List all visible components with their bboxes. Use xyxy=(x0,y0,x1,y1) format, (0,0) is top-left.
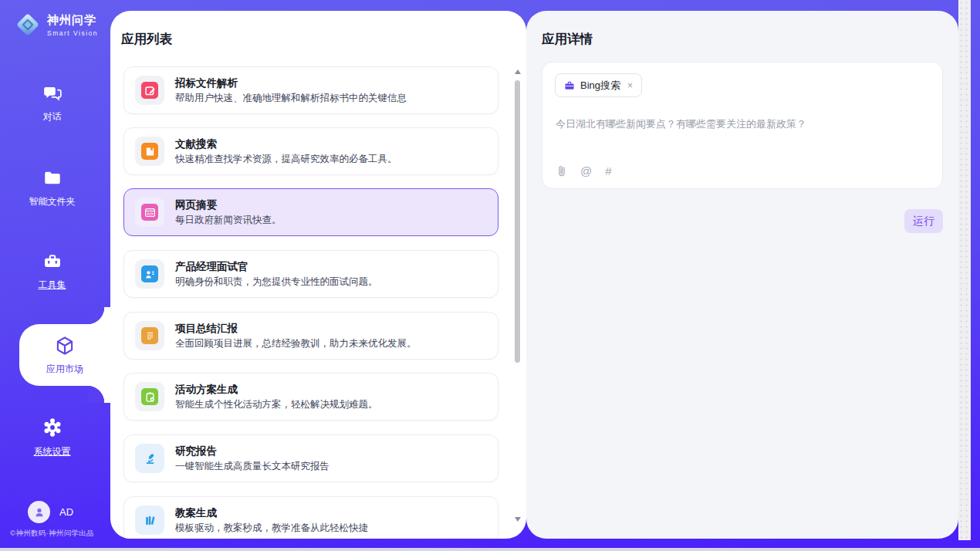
brand-subtitle: Smart Vision xyxy=(47,29,98,37)
tender-doc-edit-icon xyxy=(141,82,158,99)
toolbox-icon xyxy=(42,252,63,272)
app-icon-tile xyxy=(135,505,164,535)
app-desc: 每日政府新闻资讯快查。 xyxy=(175,215,282,225)
hashtag-icon[interactable]: # xyxy=(605,164,611,177)
sidebar: 神州问学 Smart Vision 对话 智能文件夹 工具 xyxy=(0,0,104,551)
app-card-event-plan[interactable]: 活动方案生成 智能生成个性化活动方案，轻松解决规划难题。 xyxy=(123,373,498,421)
scroll-down-arrow[interactable] xyxy=(515,517,521,522)
sidebar-item-smart-folder[interactable]: 智能文件夹 xyxy=(0,168,104,208)
tool-tag-label: Bing搜索 xyxy=(580,79,620,93)
app-title: 网页摘要 xyxy=(175,200,282,211)
cube-icon xyxy=(54,335,76,357)
lesson-books-icon xyxy=(141,512,158,529)
app-desc: 明确身份和职责，为您提供专业性的面试问题。 xyxy=(175,277,378,287)
sidebar-item-label: 工具集 xyxy=(0,279,104,292)
brand-name: 神州问学 xyxy=(47,13,98,28)
sidebar-item-label: 系统设置 xyxy=(0,445,104,458)
sidebar-item-label: 应用市场 xyxy=(19,363,110,376)
app-card-research-report[interactable]: 研究报告 一键智能生成高质量长文本研究报告 xyxy=(123,434,498,482)
person-icon xyxy=(33,506,46,519)
app-desc: 模板驱动，教案秒成，教学准备从此轻松快捷 xyxy=(175,523,368,533)
folder-icon xyxy=(42,168,63,188)
app-title: 教案生成 xyxy=(175,508,368,519)
app-card-project-summary[interactable]: 项目总结汇报 全面回顾项目进展，总结经验教训，助力未来优化发展。 xyxy=(123,312,498,360)
web-summary-icon xyxy=(141,204,158,221)
scrollbar-thumb[interactable] xyxy=(515,80,520,363)
app-icon-tile xyxy=(135,76,164,105)
app-icon-tile xyxy=(135,259,164,289)
app-card-tender-analysis[interactable]: 招标文件解析 帮助用户快速、准确地理解和解析招标书中的关键信息 xyxy=(123,66,498,114)
avatar xyxy=(28,501,50,523)
app-card-web-summary-selected[interactable]: 网页摘要 每日政府新闻资讯快查。 xyxy=(123,188,498,236)
briefcase-icon xyxy=(564,80,575,91)
research-microscope-icon xyxy=(141,450,158,467)
sidebar-item-app-market-active[interactable]: 应用市场 xyxy=(19,324,110,386)
app-list-panel: 应用列表 招标文件解析 帮助用户快速、准确地理解和解析招标书中的关键信息 文献搜… xyxy=(110,11,526,539)
bottom-edge xyxy=(0,548,980,551)
project-report-icon xyxy=(141,327,158,344)
mention-icon[interactable]: @ xyxy=(580,164,592,177)
sidebar-item-settings[interactable]: 系统设置 xyxy=(0,417,104,458)
app-desc: 全面回顾项目进展，总结经验教训，助力未来优化发展。 xyxy=(175,339,417,349)
app-list-title: 应用列表 xyxy=(121,31,172,48)
app-detail-panel: 应用详情 Bing搜索 × 今日湖北有哪些新闻要点？有哪些需要关注的最新政策？ … xyxy=(526,11,958,539)
diamond-logo-icon xyxy=(14,11,42,39)
app-card-lesson-plan[interactable]: 教案生成 模板驱动，教案秒成，教学准备从此轻松快捷 xyxy=(123,496,498,539)
user-initials: AD xyxy=(59,506,73,518)
app-title: 文献搜索 xyxy=(175,139,397,150)
app-desc: 快速精准查找学术资源，提高研究效率的必备工具。 xyxy=(175,154,397,164)
user-account[interactable]: AD xyxy=(28,501,73,523)
event-plan-icon xyxy=(141,388,158,405)
paperclip-icon[interactable] xyxy=(556,164,567,177)
app-desc: 一键智能生成高质量长文本研究报告 xyxy=(175,461,329,472)
sidebar-item-chat[interactable]: 对话 xyxy=(0,83,104,123)
list-scrollbar xyxy=(514,63,522,529)
active-tab-curve-bottom xyxy=(87,386,110,403)
app-icon-tile xyxy=(135,137,164,166)
app-card-literature-search[interactable]: 文献搜索 快速精准查找学术资源，提高研究效率的必备工具。 xyxy=(123,127,498,175)
brand-logo: 神州问学 Smart Vision xyxy=(14,11,98,39)
app-desc: 智能生成个性化活动方案，轻松解决规划难题。 xyxy=(175,400,378,410)
sidebar-item-toolset[interactable]: 工具集 xyxy=(0,252,104,292)
scroll-up-arrow[interactable] xyxy=(515,69,521,74)
brand-text: 神州问学 Smart Vision xyxy=(47,13,98,37)
sidebar-item-label: 智能文件夹 xyxy=(0,195,104,208)
attachment-toolbar: @ # xyxy=(556,164,612,177)
app-title: 项目总结汇报 xyxy=(175,323,417,334)
run-button[interactable]: 运行 xyxy=(904,209,943,233)
gear-icon xyxy=(42,417,63,438)
tag-close-icon[interactable]: × xyxy=(627,80,633,91)
app-title: 研究报告 xyxy=(175,446,329,457)
right-edge-texture xyxy=(958,0,971,540)
query-input[interactable]: 今日湖北有哪些新闻要点？有哪些需要关注的最新政策？ xyxy=(556,117,926,131)
chat-icon xyxy=(42,83,63,103)
app-icon-tile xyxy=(135,321,164,350)
tool-tag-bing-search[interactable]: Bing搜索 × xyxy=(555,73,642,97)
interviewer-icon xyxy=(141,265,158,282)
app-card-pm-interviewer[interactable]: 产品经理面试官 明确身份和职责，为您提供专业性的面试问题。 xyxy=(123,250,498,298)
active-tab-curve-top xyxy=(87,307,110,324)
app-icon-tile xyxy=(135,444,164,473)
app-title: 产品经理面试官 xyxy=(175,262,378,272)
app-title: 活动方案生成 xyxy=(175,384,378,395)
app-icon-tile xyxy=(135,382,164,411)
query-card: Bing搜索 × 今日湖北有哪些新闻要点？有哪些需要关注的最新政策？ @ # xyxy=(542,62,943,189)
app-detail-title: 应用详情 xyxy=(542,31,593,48)
sidebar-item-label: 对话 xyxy=(0,110,104,123)
literature-book-icon xyxy=(141,143,158,160)
app-desc: 帮助用户快速、准确地理解和解析招标书中的关键信息 xyxy=(175,93,407,103)
app-window: 神州问学 Smart Vision 对话 智能文件夹 工具 xyxy=(0,0,980,551)
copyright-text: ©神州数码·神州问学出品 xyxy=(0,529,104,539)
app-icon-tile xyxy=(135,198,164,227)
app-title: 招标文件解析 xyxy=(175,78,407,89)
